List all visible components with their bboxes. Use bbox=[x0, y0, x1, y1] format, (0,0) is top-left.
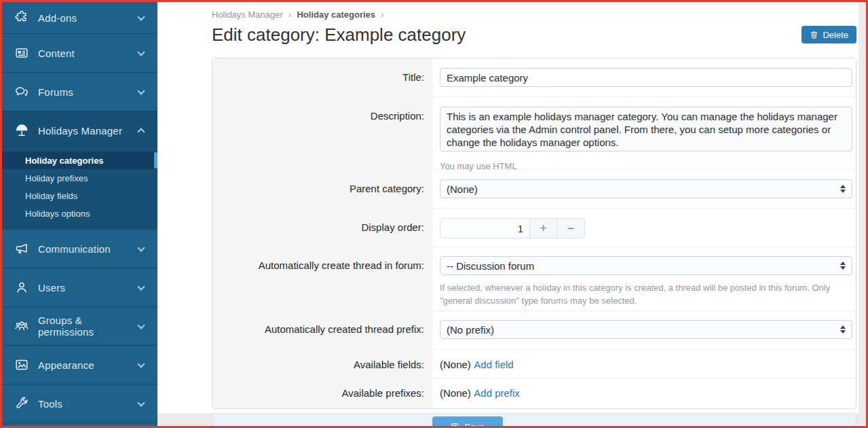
save-button-label: Save bbox=[464, 422, 485, 428]
delete-button[interactable]: Delete bbox=[801, 26, 856, 43]
delete-button-label: Delete bbox=[823, 30, 848, 40]
description-label: Description: bbox=[212, 97, 432, 170]
sidebar-item-forums[interactable]: Forums bbox=[2, 72, 157, 111]
sticky-footer: Save bbox=[157, 413, 858, 426]
subnav-label: Holiday prefixes bbox=[25, 173, 88, 183]
sidebar-item-appearance[interactable]: Appearance bbox=[2, 345, 157, 384]
sidebar-item-holidays-options[interactable]: Holidays options bbox=[2, 204, 157, 222]
main-area: Holidays Manager › Holiday categories › … bbox=[157, 2, 858, 426]
chevron-down-icon bbox=[137, 244, 145, 251]
title-label: Title: bbox=[212, 58, 432, 97]
wrench-icon bbox=[14, 396, 30, 411]
chevron-down-icon bbox=[137, 360, 145, 368]
breadcrumb-separator-icon: › bbox=[381, 9, 384, 20]
select-arrows-icon bbox=[840, 325, 846, 334]
sidebar-item-tools[interactable]: Tools bbox=[2, 384, 157, 423]
sidebar-item-label: Holidays Manager bbox=[38, 125, 138, 137]
chevron-down-icon bbox=[137, 283, 145, 290]
sidebar-item-holiday-categories[interactable]: Holiday categories bbox=[2, 151, 157, 169]
sidebar-item-label: Content bbox=[38, 48, 138, 59]
sidebar-group-holidays-manager: Holidays Manager Holiday categories Holi… bbox=[2, 111, 157, 229]
auto-thread-forum-hint: If selected, whenever a holiday in this … bbox=[440, 281, 852, 307]
page-scrollbar[interactable] bbox=[858, 2, 866, 426]
chevron-down-icon bbox=[137, 321, 145, 329]
app-window: Add-ons Content Forums Holidays Manager bbox=[0, 0, 868, 428]
save-button[interactable]: Save bbox=[432, 416, 503, 428]
sidebar-item-label: Appearance bbox=[38, 359, 138, 371]
subnav-label: Holiday fields bbox=[25, 191, 77, 201]
sidebar-item-communication[interactable]: Communication bbox=[2, 229, 157, 268]
thread-prefix-select[interactable]: (No prefix) bbox=[440, 320, 852, 339]
breadcrumb-holidays-manager[interactable]: Holidays Manager bbox=[212, 10, 283, 20]
user-icon bbox=[14, 280, 30, 295]
chevron-up-icon bbox=[137, 128, 145, 135]
sidebar-item-label: Communication bbox=[38, 243, 138, 255]
save-bar: Save bbox=[212, 413, 856, 426]
chevron-down-icon bbox=[137, 13, 145, 20]
page-title: Edit category: Example category bbox=[212, 24, 466, 46]
available-fields-label: Available fields: bbox=[212, 350, 432, 378]
auto-thread-forum-value: -- Discussion forum bbox=[447, 260, 534, 272]
edit-category-form: Title: Description: This is an example h… bbox=[212, 58, 856, 409]
parent-category-select[interactable]: (None) bbox=[440, 179, 852, 198]
sidebar-item-content[interactable]: Content bbox=[2, 33, 157, 72]
sidebar-item-holiday-prefixes[interactable]: Holiday prefixes bbox=[2, 169, 157, 187]
comments-icon bbox=[14, 84, 30, 99]
parent-category-value: (None) bbox=[447, 183, 478, 195]
select-arrows-icon bbox=[840, 185, 846, 193]
subnav-label: Holiday categories bbox=[25, 156, 104, 166]
add-field-link[interactable]: Add field bbox=[474, 359, 513, 370]
select-arrows-icon bbox=[840, 262, 846, 270]
breadcrumb-separator-icon: › bbox=[288, 9, 292, 20]
description-textarea[interactable]: This is an example holidays manager cate… bbox=[440, 107, 852, 151]
holidays-manager-submenu: Holiday categories Holiday prefixes Holi… bbox=[2, 149, 157, 229]
floppy-disk-icon bbox=[451, 423, 459, 428]
puzzle-icon bbox=[14, 10, 30, 25]
users-icon bbox=[14, 319, 30, 334]
chevron-down-icon bbox=[137, 399, 145, 406]
subnav-label: Holidays options bbox=[25, 209, 90, 219]
display-order-stepper: + − bbox=[440, 218, 585, 238]
sidebar-item-label: Users bbox=[38, 282, 138, 293]
increment-button[interactable]: + bbox=[530, 219, 557, 238]
sidebar-item-partial bbox=[2, 423, 157, 426]
add-prefix-link[interactable]: Add prefix bbox=[474, 387, 520, 399]
display-order-input[interactable] bbox=[440, 219, 530, 238]
sidebar-item-holidays-manager[interactable]: Holidays Manager bbox=[2, 111, 157, 149]
beach-umbrella-icon bbox=[14, 123, 30, 138]
chevron-down-icon bbox=[137, 48, 145, 56]
auto-thread-forum-label: Automatically create thread in forum: bbox=[212, 247, 432, 311]
sidebar-item-label: Add-ons bbox=[38, 12, 138, 24]
megaphone-icon bbox=[14, 241, 30, 256]
display-order-label: Display order: bbox=[212, 209, 432, 247]
sidebar-item-add-ons[interactable]: Add-ons bbox=[2, 2, 157, 33]
title-input[interactable] bbox=[440, 68, 852, 87]
available-fields-value: (None) bbox=[440, 359, 471, 370]
sidebar-item-label: Groups & permissions bbox=[38, 315, 138, 338]
admin-sidebar: Add-ons Content Forums Holidays Manager bbox=[2, 2, 157, 426]
sidebar-item-label: Tools bbox=[38, 398, 138, 410]
available-prefixes-value: (None) bbox=[440, 387, 471, 399]
trash-icon bbox=[810, 31, 818, 39]
breadcrumb: Holidays Manager › Holiday categories › bbox=[212, 9, 856, 20]
sidebar-item-users[interactable]: Users bbox=[2, 268, 157, 306]
sidebar-item-holiday-fields[interactable]: Holiday fields bbox=[2, 187, 157, 204]
decrement-button[interactable]: − bbox=[557, 219, 584, 238]
parent-category-label: Parent category: bbox=[212, 170, 432, 209]
sidebar-item-label: Forums bbox=[38, 86, 138, 98]
chevron-down-icon bbox=[137, 87, 145, 94]
sidebar-item-groups-permissions[interactable]: Groups & permissions bbox=[2, 306, 157, 345]
sidebar-scrollbar-thumb[interactable] bbox=[154, 152, 157, 168]
available-prefixes-label: Available prefixes: bbox=[212, 378, 432, 408]
newspaper-icon bbox=[14, 46, 30, 60]
breadcrumb-holiday-categories[interactable]: Holiday categories bbox=[297, 10, 375, 20]
thread-prefix-label: Automatically created thread prefix: bbox=[212, 311, 432, 350]
auto-thread-forum-select[interactable]: -- Discussion forum bbox=[440, 256, 852, 275]
image-icon bbox=[14, 357, 30, 372]
thread-prefix-value: (No prefix) bbox=[447, 324, 494, 336]
